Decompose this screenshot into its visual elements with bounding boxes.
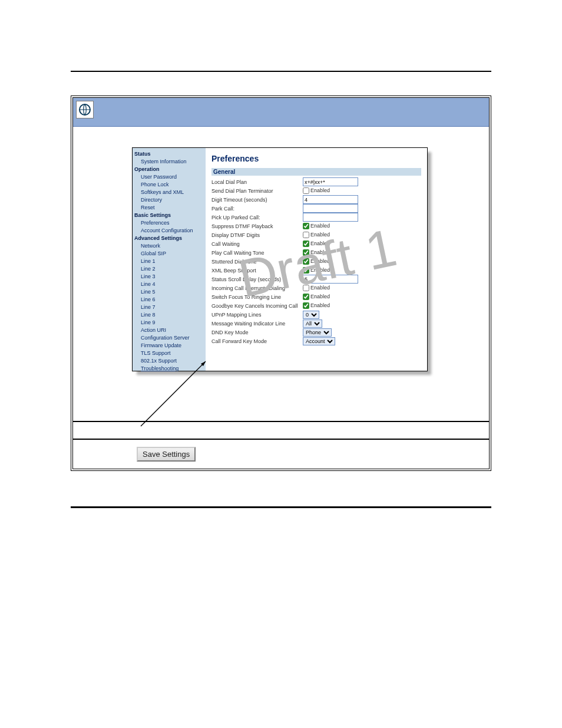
label-upnp-mapping-lines: UPnP Mapping Lines [211,312,303,318]
checkbox-display-dtmf-digits[interactable] [303,232,309,238]
nav-tls-support[interactable]: TLS Support [134,350,204,357]
input-pickup-parked-call[interactable] [303,213,358,222]
input-status-scroll-delay[interactable] [303,275,358,284]
rule-bottom [71,506,491,508]
content-pane: Preferences General Local Dial Plan Send… [206,148,427,371]
label-call-forward-key-mode: Call Forward Key Mode [211,338,303,344]
page-title: Preferences [211,154,421,163]
checkbox-send-dial-plan-terminator[interactable] [303,187,309,194]
nav-firmware-update[interactable]: Firmware Update [134,342,204,350]
nav-basic-settings: Basic Settings [134,212,204,219]
label-digit-timeout: Digit Timeout (seconds) [211,197,303,203]
nav-line-8[interactable]: Line 8 [134,311,204,319]
title-bar [73,98,489,127]
label-display-dtmf-digits: Display DTMF Digits [211,232,303,238]
nav-user-password[interactable]: User Password [134,173,204,181]
nav-line-6[interactable]: Line 6 [134,296,204,304]
nav-advanced-settings: Advanced Settings [134,235,204,242]
label-goodbye-key-cancels: Goodbye Key Cancels Incoming Call [211,303,303,309]
checkbox-goodbye-key-cancels[interactable] [303,302,309,309]
nav-softkeys-xml[interactable]: Softkeys and XML [134,189,204,196]
save-row: Save Settings [73,439,489,469]
nav-reset[interactable]: Reset [134,204,204,212]
nav-system-information[interactable]: System Information [134,158,204,166]
nav-line-1[interactable]: Line 1 [134,258,204,265]
label-dnd-key-mode: DND Key Mode [211,330,303,335]
nav-account-configuration[interactable]: Account Configuration [134,227,204,235]
nav-troubleshooting[interactable]: Troubleshooting [134,365,204,373]
nav-line-5[interactable]: Line 5 [134,288,204,296]
globe-icon [76,101,94,118]
input-digit-timeout[interactable] [303,195,358,204]
browser-window: Status System Information Operation User… [71,95,491,471]
screenshot: Status System Information Operation User… [132,147,427,374]
nav-network[interactable]: Network [134,242,204,250]
label-local-dial-plan: Local Dial Plan [211,179,303,185]
checkbox-incoming-call-interrupts-dialing[interactable] [303,285,309,291]
label-status-scroll-delay: Status Scroll Delay (seconds) [211,276,303,282]
nav-phone-lock[interactable]: Phone Lock [134,181,204,189]
nav-preferences[interactable]: Preferences [134,219,204,227]
label-stuttered-dial-tone: Stuttered Dial Tone [211,259,303,265]
label-play-call-waiting-tone: Play Call Waiting Tone [211,250,303,256]
select-mwi-line[interactable]: All [303,319,322,328]
checkbox-switch-focus-ringing-line[interactable] [303,294,309,300]
checkbox-call-waiting[interactable] [303,241,309,247]
label-mwi-line: Message Waiting Indicator Line [211,321,303,327]
nav-configuration-server[interactable]: Configuration Server [134,334,204,342]
nav-operation: Operation [134,166,204,173]
checkbox-xml-beep-support[interactable] [303,267,309,274]
label-incoming-call-interrupts-dialing: Incoming Call Interrupts Dialing [211,285,303,291]
nav-line-3[interactable]: Line 3 [134,273,204,281]
select-upnp-mapping-lines[interactable]: 0 [303,311,319,319]
label-call-waiting: Call Waiting [211,241,303,247]
nav-status: Status [134,150,204,158]
label-switch-focus-ringing-line: Switch Focus To Ringing Line [211,294,303,300]
label-pickup-parked-call: Pick Up Parked Call: [211,215,303,220]
input-park-call[interactable] [303,204,358,213]
select-call-forward-key-mode[interactable]: Account [303,337,335,345]
checkbox-stuttered-dial-tone[interactable] [303,258,309,265]
section-general: General [211,168,421,176]
nav-8021x-support[interactable]: 802.1x Support [134,357,204,365]
select-dnd-key-mode[interactable]: Phone [303,328,332,337]
input-local-dial-plan[interactable] [303,177,358,186]
label-xml-beep-support: XML Beep Support [211,268,303,274]
label-suppress-dtmf-playback: Suppress DTMF Playback [211,223,303,229]
rule-top [71,71,491,72]
label-send-dial-plan-terminator: Send Dial Plan Terminator [211,188,303,194]
divider-row [73,421,489,439]
nav-line-7[interactable]: Line 7 [134,304,204,311]
nav-line-4[interactable]: Line 4 [134,281,204,288]
checkbox-suppress-dtmf-playback[interactable] [303,223,309,229]
nav-action-uri[interactable]: Action URI [134,327,204,334]
label-park-call: Park Call: [211,206,303,212]
nav-directory[interactable]: Directory [134,196,204,204]
nav-line-9[interactable]: Line 9 [134,319,204,327]
checkbox-play-call-waiting-tone[interactable] [303,249,309,256]
nav-line-2[interactable]: Line 2 [134,265,204,273]
nav-global-sip[interactable]: Global SIP [134,250,204,258]
save-settings-button[interactable]: Save Settings [137,447,196,462]
sidebar: Status System Information Operation User… [133,148,206,371]
